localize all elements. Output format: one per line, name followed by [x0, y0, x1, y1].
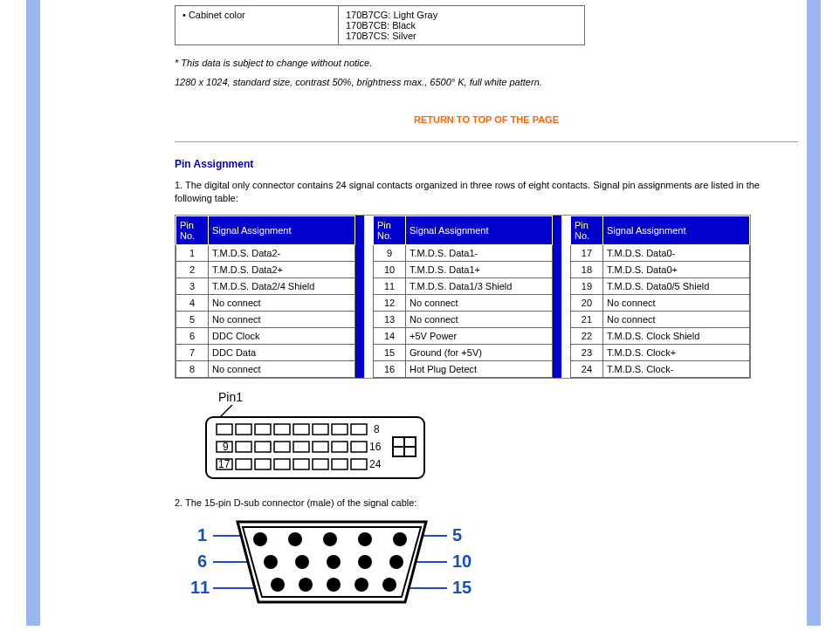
svg-rect-25: [351, 459, 367, 469]
svg-rect-17: [351, 442, 367, 452]
svg-rect-11: [236, 442, 251, 452]
pin-header-signal: Signal Assignment: [602, 216, 749, 244]
pin-assignment-table: Pin No. Signal Assignment 1T.M.D.S. Data…: [175, 215, 751, 379]
svg-rect-16: [332, 442, 348, 452]
cabinet-label-cell: • Cabinet color: [176, 6, 339, 45]
svg-rect-13: [274, 442, 290, 452]
svg-text:24: 24: [369, 458, 382, 470]
pin-group-3: Pin No. Signal Assignment 17T.M.D.S. Dat…: [570, 216, 750, 378]
svg-point-61: [355, 578, 368, 592]
pin-number: 1: [176, 244, 209, 261]
svg-point-62: [382, 578, 396, 592]
table-row: 23T.M.D.S. Clock+: [570, 344, 749, 360]
table-row: 24T.M.D.S. Clock-: [570, 360, 749, 377]
svg-rect-20: [255, 459, 271, 469]
svg-point-50: [323, 532, 337, 546]
table-row: 4No connect: [176, 294, 355, 311]
right-decor-bar: [807, 0, 821, 626]
pin-signal: No connect: [209, 360, 355, 377]
pin-signal: No connect: [602, 294, 749, 311]
pin-group-1: Pin No. Signal Assignment 1T.M.D.S. Data…: [176, 216, 355, 378]
spec-note: 1280 x 1024, standard size, contrast 50%…: [175, 77, 798, 87]
table-row: 2T.M.D.S. Data2+: [176, 261, 355, 277]
pin-signal: T.M.D.S. Data2-: [209, 244, 355, 261]
svg-point-53: [264, 555, 278, 569]
pin-signal: T.M.D.S. Data2+: [209, 261, 355, 277]
pin-number: 20: [570, 294, 602, 311]
pin-signal: +5V Power: [406, 327, 553, 344]
pin-signal: T.M.D.S. Data2/4 Shield: [209, 277, 355, 294]
pin-header-signal: Signal Assignment: [406, 216, 553, 244]
svg-text:9: 9: [223, 441, 229, 453]
pin-number: 4: [176, 294, 209, 311]
pin-number: 18: [570, 261, 602, 277]
table-row: 20No connect: [570, 294, 749, 311]
cabinet-color-2: 170B7CS: Silver: [346, 31, 577, 41]
svg-rect-7: [313, 424, 328, 435]
svg-point-48: [253, 532, 267, 546]
svg-text:5: 5: [452, 525, 462, 545]
pin-signal: T.M.D.S. Data1/3 Shield: [406, 277, 553, 294]
pin-signal: DDC Data: [209, 344, 355, 360]
svg-point-55: [327, 555, 341, 569]
table-row: 3T.M.D.S. Data2/4 Shield: [176, 277, 355, 294]
svg-rect-6: [293, 424, 309, 435]
table-row: 15Ground (for +5V): [374, 344, 553, 360]
pin-number: 2: [176, 261, 209, 277]
pin-number: 7: [176, 344, 209, 360]
pin-number: 23: [570, 344, 602, 360]
svg-rect-9: [351, 424, 367, 435]
pin-signal: Ground (for +5V): [406, 344, 553, 360]
cabinet-color-1: 170B7CB: Black: [346, 20, 577, 31]
dvi-pin1-label: Pin1: [218, 390, 243, 404]
pin-signal: T.M.D.S. Clock Shield: [602, 327, 749, 344]
svg-text:8: 8: [374, 423, 380, 435]
svg-point-60: [327, 578, 341, 592]
cabinet-color-0: 170B7CG: Light Gray: [346, 10, 577, 20]
svg-rect-2: [217, 424, 232, 435]
svg-point-59: [299, 578, 313, 592]
pin-signal: T.M.D.S. Clock+: [602, 344, 749, 360]
svg-point-49: [288, 532, 302, 546]
pin-number: 3: [176, 277, 209, 294]
svg-rect-14: [293, 442, 309, 452]
pin-number: 10: [374, 261, 406, 277]
svg-text:17: 17: [218, 458, 231, 470]
pin-number: 6: [176, 327, 209, 344]
table-row: 13No connect: [374, 311, 553, 327]
svg-point-57: [389, 555, 403, 569]
pin-signal: No connect: [406, 294, 553, 311]
svg-point-54: [295, 555, 309, 569]
table-row: 17T.M.D.S. Data0-: [570, 244, 749, 261]
return-to-top-container: RETURN TO TOP OF THE PAGE: [175, 113, 798, 126]
pin-number: 5: [176, 311, 209, 327]
svg-point-52: [393, 532, 407, 546]
pin-signal: T.M.D.S. Clock-: [602, 360, 749, 377]
dsub-intro: 2. The 15-pin D-sub connector (male) of …: [175, 497, 798, 510]
pin-header-no: Pin No.: [570, 216, 602, 244]
pin-signal: No connect: [209, 311, 355, 327]
main-content: • Cabinet color 170B7CG: Light Gray 170B…: [175, 0, 798, 626]
pin-header-no: Pin No.: [176, 216, 209, 244]
pin-number: 8: [176, 360, 209, 377]
svg-rect-4: [255, 424, 271, 435]
table-row: 11T.M.D.S. Data1/3 Shield: [374, 277, 553, 294]
table-row: 5No connect: [176, 311, 355, 327]
svg-point-58: [271, 578, 285, 592]
table-row: 16Hot Plug Detect: [374, 360, 553, 377]
pin-signal: DDC Clock: [209, 327, 355, 344]
change-notice: * This data is subject to change without…: [175, 58, 798, 68]
pin-assignment-intro: 1. The digital only connector contains 2…: [175, 179, 798, 206]
table-row: 9T.M.D.S. Data1-: [374, 244, 553, 261]
svg-point-56: [358, 555, 372, 569]
svg-text:6: 6: [197, 552, 207, 571]
pin-signal: T.M.D.S. Data0+: [602, 261, 749, 277]
cabinet-color-table: • Cabinet color 170B7CG: Light Gray 170B…: [175, 5, 585, 45]
return-to-top-link[interactable]: RETURN TO TOP OF THE PAGE: [414, 114, 559, 125]
table-row: 22T.M.D.S. Clock Shield: [570, 327, 749, 344]
pin-number: 17: [570, 244, 602, 261]
pin-number: 22: [570, 327, 602, 344]
pin-number: 13: [374, 311, 406, 327]
svg-rect-21: [274, 459, 290, 469]
table-row: 10T.M.D.S. Data1+: [374, 261, 553, 277]
